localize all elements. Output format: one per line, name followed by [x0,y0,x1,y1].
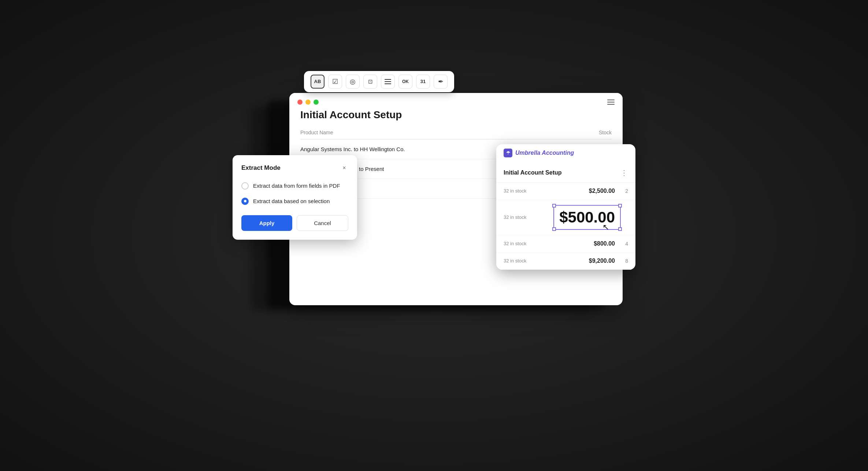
panel-row-num-0: 2 [621,188,628,194]
selected-value-box: $500.00 ↖ [553,205,621,230]
brand-name: Umbrella Accounting [515,150,574,156]
cursor-icon: ↖ [602,223,609,232]
traffic-lights [297,100,319,105]
panel-row-amount-0: $2,500.00 [589,188,615,194]
radio-label-1: Extract data based on selection [253,198,330,204]
close-dialog-button[interactable]: × [340,164,348,172]
handle-tr[interactable] [618,204,622,208]
radio-button-0[interactable] [241,182,249,190]
panel-menu-button[interactable]: ⋮ [620,168,628,177]
text-field-icon[interactable]: AB [311,75,324,89]
panel-row-3: 32 in stock $9,200.00 8 [496,253,635,270]
apply-button[interactable]: Apply [241,215,292,231]
panel-row-stock-0: 32 in stock [504,188,583,194]
page-title: Initial Account Setup [300,109,612,121]
svg-rect-1 [385,81,391,82]
radio-label-0: Extract data from form fields in PDF [253,183,340,189]
panel-header: Initial Account Setup ⋮ [496,162,635,183]
radio-option-1[interactable]: Extract data based on selection [241,198,348,205]
handle-bl[interactable] [552,227,556,231]
dialog-title: Extract Mode [241,164,281,172]
right-panel: ☂ Umbrella Accounting Initial Account Se… [496,144,635,270]
list-icon[interactable] [381,75,395,89]
handle-tl[interactable] [552,204,556,208]
maximize-button[interactable] [314,100,319,105]
panel-row-amount-2: $800.00 [594,240,615,247]
panel-row-2: 32 in stock $800.00 4 [496,235,635,253]
ok-icon[interactable]: OK [398,75,412,89]
svg-rect-0 [385,79,391,80]
panel-row-1: 32 in stock $500.00 ↖ [496,200,635,235]
table-header: Product Name Stock [300,130,612,139]
toolbar: AB ☑ ◎ ⊡ OK 31 ✒ [304,71,454,92]
cancel-button[interactable]: Cancel [297,215,348,231]
minimize-button[interactable] [305,100,311,105]
col-stock-header: Stock [534,130,612,135]
dropdown-icon[interactable]: ⊡ [363,75,377,89]
pen-icon[interactable]: ✒ [434,75,448,89]
panel-row-stock-3: 32 in stock [504,258,583,263]
titlebar [289,93,623,109]
radio-option-0[interactable]: Extract data from form fields in PDF [241,182,348,190]
col-product-header: Product Name [300,130,534,135]
panel-row-num-3: 8 [621,258,628,264]
brand-icon: ☂ [504,149,512,157]
handle-br[interactable] [618,227,622,231]
radio-icon[interactable]: ◎ [346,75,360,89]
radio-button-1[interactable] [241,198,249,205]
close-button[interactable] [297,100,303,105]
dialog-actions: Apply Cancel [241,215,348,231]
dialog-header: Extract Mode × [241,164,348,172]
panel-row-stock-1: 32 in stock [504,214,553,220]
extract-mode-dialog: Extract Mode × Extract data from form fi… [233,155,357,240]
panel-row-stock-2: 32 in stock [504,241,588,246]
panel-row-0: 32 in stock $2,500.00 2 [496,183,635,200]
panel-row-num-2: 4 [621,241,628,247]
checkbox-icon[interactable]: ☑ [328,75,342,89]
panel-title: Initial Account Setup [504,169,562,176]
brand-header: ☂ Umbrella Accounting [496,144,635,162]
panel-row-amount-3: $9,200.00 [589,258,615,264]
menu-icon[interactable] [607,100,615,105]
svg-rect-2 [385,83,391,84]
calendar-icon[interactable]: 31 [416,75,430,89]
